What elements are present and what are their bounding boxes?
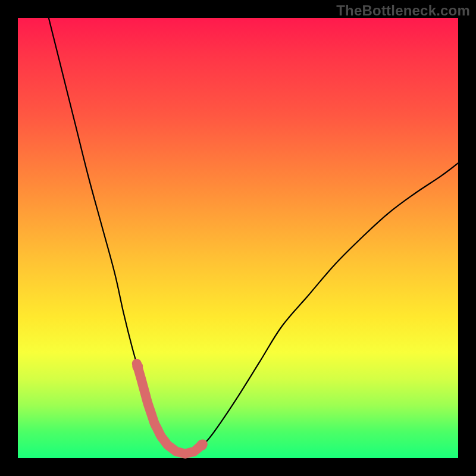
curve-layer — [18, 18, 458, 458]
right-branch-curve — [185, 163, 458, 453]
plot-area — [18, 18, 458, 458]
left-branch-curve — [49, 18, 185, 454]
bead-right — [196, 440, 207, 450]
watermark-text: TheBottleneck.com — [336, 2, 470, 19]
bead-left — [132, 361, 143, 372]
chart-frame: TheBottleneck.com — [0, 0, 476, 476]
beads-track — [137, 364, 203, 454]
